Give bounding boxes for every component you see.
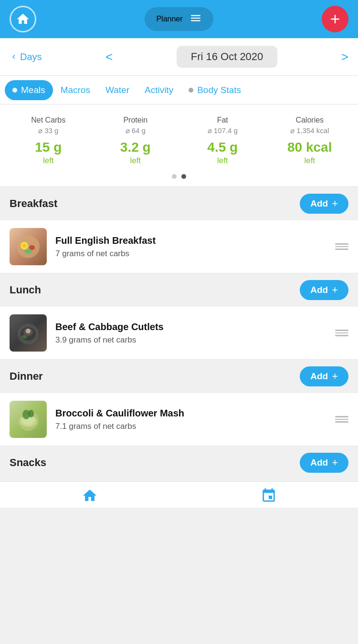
dinner-section-header: Dinner Add + <box>0 360 358 393</box>
snacks-title: Snacks <box>10 457 46 469</box>
net-carbs-label: Net Carbs <box>5 116 92 125</box>
dinner-item-image <box>10 401 47 438</box>
dinner-food-icon <box>14 405 42 434</box>
home-icon <box>16 12 30 26</box>
calories-unit: left <box>266 156 354 166</box>
fat-unit: left <box>179 156 266 166</box>
header-title-area: Planner <box>145 7 213 31</box>
dinner-item-drag-handle[interactable] <box>335 416 348 423</box>
add-breakfast-label: Add <box>310 198 328 209</box>
svg-point-8 <box>26 329 31 333</box>
svg-point-2 <box>22 244 26 248</box>
svg-point-3 <box>29 245 35 250</box>
calories-avg: ⌀ 1,354 kcal <box>266 126 354 135</box>
tab-water-label: Water <box>105 85 129 95</box>
body-stats-dot-icon <box>189 88 193 93</box>
chevron-left-icon <box>10 52 18 61</box>
dot-1 <box>172 174 177 179</box>
dinner-item-carbs: 7.1 grams of net carbs <box>55 422 335 431</box>
breakfast-food-icon <box>14 232 42 261</box>
fat-label: Fat <box>179 116 266 125</box>
tab-activity-label: Activity <box>145 85 173 95</box>
svg-point-9 <box>21 335 27 339</box>
protein-value: 3.2 g <box>92 140 179 155</box>
menu-icon[interactable] <box>190 12 202 26</box>
fat-avg: ⌀ 107.4 g <box>179 126 266 135</box>
net-carbs-unit: left <box>5 156 92 166</box>
svg-point-4 <box>24 249 32 253</box>
home-button[interactable] <box>10 6 36 32</box>
add-lunch-button[interactable]: Add + <box>300 280 348 300</box>
lunch-section-header: Lunch Add + <box>0 273 358 307</box>
lunch-item-info: Beef & Cabbage Cutlets 3.9 grams of net … <box>55 322 335 345</box>
svg-point-14 <box>28 410 34 417</box>
fat-value: 4.5 g <box>179 140 266 155</box>
breakfast-item-drag-handle[interactable] <box>335 243 348 250</box>
home-nav-icon <box>82 488 98 504</box>
breakfast-item-image <box>10 228 47 265</box>
add-lunch-plus-icon: + <box>332 285 338 295</box>
table-row[interactable]: Full English Breakfast 7 grams of net ca… <box>0 220 358 273</box>
add-dinner-button[interactable]: Add + <box>300 366 348 386</box>
protein-label: Protein <box>92 116 179 125</box>
net-carbs-avg: ⌀ 33 g <box>5 126 92 135</box>
snacks-section-header: Snacks Add + <box>0 446 358 479</box>
add-breakfast-button[interactable]: Add + <box>300 194 348 214</box>
tab-meals-label: Meals <box>21 85 45 95</box>
lunch-item-image <box>10 314 47 352</box>
protein-avg: ⌀ 64 g <box>92 126 179 135</box>
macros-summary: Net Carbs ⌀ 33 g 15 g left Protein ⌀ 64 … <box>0 104 358 187</box>
breakfast-section-header: Breakfast Add + <box>0 187 358 220</box>
breakfast-title: Breakfast <box>10 197 57 210</box>
tab-activity[interactable]: Activity <box>137 80 181 100</box>
tab-macros-label: Macros <box>61 85 90 95</box>
macro-fat: Fat ⌀ 107.4 g 4.5 g left <box>179 116 266 166</box>
dot-2 <box>181 174 186 179</box>
dinner-item-name: Broccoli & Cauliflower Mash <box>55 408 335 419</box>
page-dots <box>5 174 353 179</box>
macro-protein: Protein ⌀ 64 g 3.2 g left <box>92 116 179 166</box>
macros-row: Net Carbs ⌀ 33 g 15 g left Protein ⌀ 64 … <box>5 116 353 166</box>
days-back-button[interactable]: Days <box>10 52 42 62</box>
tab-body-stats[interactable]: Body Stats <box>181 80 249 100</box>
table-row[interactable]: Broccoli & Cauliflower Mash 7.1 grams of… <box>0 393 358 446</box>
add-button[interactable] <box>322 6 348 32</box>
planner-nav-icon <box>261 488 277 504</box>
tab-meals[interactable]: Meals <box>5 80 53 100</box>
app-title: Planner <box>156 15 182 23</box>
add-lunch-label: Add <box>310 285 328 295</box>
next-date-button[interactable]: > <box>341 50 348 64</box>
add-snacks-plus-icon: + <box>332 457 338 468</box>
table-row[interactable]: Beef & Cabbage Cutlets 3.9 grams of net … <box>0 307 358 360</box>
tab-bar: Meals Macros Water Activity Body Stats <box>0 76 358 104</box>
prev-date-button[interactable]: < <box>105 50 113 64</box>
breakfast-item-carbs: 7 grams of net carbs <box>55 249 335 259</box>
tab-body-stats-label: Body Stats <box>197 85 241 95</box>
lunch-food-icon <box>14 319 42 347</box>
lunch-item-drag-handle[interactable] <box>335 330 348 336</box>
calories-value: 80 kcal <box>266 140 354 155</box>
current-date[interactable]: Fri 16 Oct 2020 <box>177 46 278 68</box>
bottom-nav-home[interactable] <box>82 488 98 504</box>
protein-unit: left <box>92 156 179 166</box>
add-snacks-button[interactable]: Add + <box>300 453 348 473</box>
add-snacks-label: Add <box>310 457 328 468</box>
meals-dot-icon <box>12 88 17 93</box>
tab-macros[interactable]: Macros <box>53 80 98 100</box>
macro-net-carbs: Net Carbs ⌀ 33 g 15 g left <box>5 116 92 166</box>
breakfast-item-info: Full English Breakfast 7 grams of net ca… <box>55 235 335 259</box>
plus-icon <box>328 12 342 26</box>
add-dinner-label: Add <box>310 371 328 382</box>
svg-point-0 <box>17 235 40 258</box>
add-dinner-plus-icon: + <box>332 371 338 382</box>
lunch-item-carbs: 3.9 grams of net carbs <box>55 335 335 345</box>
app-header: Planner <box>0 0 358 38</box>
lunch-item-name: Beef & Cabbage Cutlets <box>55 322 335 332</box>
meals-list: Breakfast Add + Full English Breakfast 7… <box>0 187 358 479</box>
tab-water[interactable]: Water <box>98 80 137 100</box>
date-navigation: Days < Fri 16 Oct 2020 > <box>0 38 358 76</box>
bottom-nav-planner[interactable] <box>261 488 277 504</box>
add-breakfast-plus-icon: + <box>332 198 338 209</box>
breakfast-item-name: Full English Breakfast <box>55 235 335 246</box>
lunch-title: Lunch <box>10 284 41 296</box>
